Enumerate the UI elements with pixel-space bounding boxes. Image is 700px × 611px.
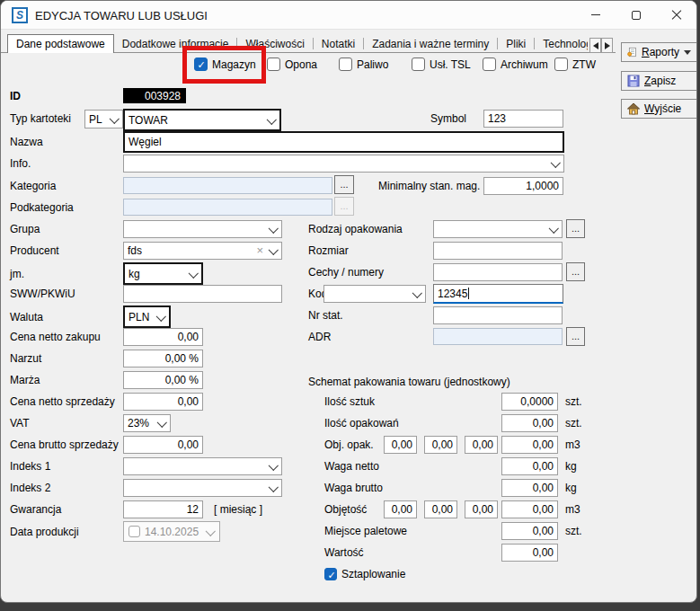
symbol-input[interactable]: 123 xyxy=(483,110,563,128)
opona-label: Opona xyxy=(285,58,317,71)
chevron-down-icon xyxy=(189,268,199,278)
min-stan-label: Minimalny stan. mag. xyxy=(378,180,480,192)
tab-pliki[interactable]: Pliki xyxy=(498,38,534,50)
marza-input[interactable]: 0,00 % xyxy=(123,371,203,389)
objetosc-dim3-input[interactable]: 0,00 xyxy=(465,500,498,518)
gwarancja-input[interactable]: 12 xyxy=(123,500,203,518)
waga-brutto-input[interactable]: 0,00 xyxy=(501,479,558,497)
objetosc-dim2-input[interactable]: 0,00 xyxy=(424,500,457,518)
symbol-label: Symbol xyxy=(430,112,466,125)
rodzaj-opakowania-browse-button[interactable]: ... xyxy=(566,219,585,238)
adr-browse-button[interactable]: ... xyxy=(566,327,585,346)
adr-label: ADR xyxy=(308,331,331,343)
save-icon xyxy=(627,75,640,87)
flag-usl-tsl: Usł. TSL xyxy=(412,57,471,72)
vat-select[interactable]: 23% xyxy=(123,414,171,432)
indeks2-select[interactable] xyxy=(123,479,282,497)
annotation-highlight xyxy=(182,46,266,84)
obj-opak-dim3-input[interactable]: 0,00 xyxy=(465,436,498,454)
lang-select[interactable]: PL xyxy=(84,110,123,128)
chevron-down-icon xyxy=(206,526,216,536)
gwarancja-label: Gwarancja xyxy=(10,503,61,516)
archiwum-checkbox[interactable] xyxy=(483,58,496,71)
objetosc-dim1-input[interactable]: 0,00 xyxy=(384,500,417,518)
objetosc-label: Objętość xyxy=(324,503,367,516)
kod-type-select[interactable] xyxy=(323,285,426,303)
rozmiar-input[interactable] xyxy=(433,242,563,260)
narzut-input[interactable]: 0,00 % xyxy=(123,350,203,367)
data-produkcji-picker[interactable]: 14.10.2025 xyxy=(123,521,220,542)
dialog-window: S EDYCJA TOWARU LUB USŁUGI Dane podstawo… xyxy=(0,0,697,603)
usl-tsl-checkbox[interactable] xyxy=(412,58,425,71)
clear-icon[interactable]: × xyxy=(256,246,263,255)
sww-input[interactable] xyxy=(123,285,282,303)
cena-brutto-sprzedazy-label: Cena brutto sprzedaży xyxy=(10,438,119,451)
indeks1-select[interactable] xyxy=(123,457,282,475)
grupa-select[interactable] xyxy=(123,220,282,238)
data-produkcji-label: Data produkcji xyxy=(10,526,79,538)
tab-technologie[interactable]: Technologie xyxy=(535,38,588,50)
wartosc-input[interactable]: 0,00 xyxy=(501,544,558,562)
chevron-down-icon xyxy=(156,311,166,321)
minimize-icon xyxy=(591,14,600,15)
cechy-input[interactable] xyxy=(433,263,563,281)
jm-label: jm. xyxy=(10,268,24,280)
podkategoria-label: Podkategoria xyxy=(10,201,74,214)
raporty-label: Raporty xyxy=(642,46,679,58)
jm-select[interactable]: kg xyxy=(123,262,203,285)
flag-opona: Opona xyxy=(267,57,317,72)
waga-netto-input[interactable]: 0,00 xyxy=(501,457,558,475)
indeks2-label: Indeks 2 xyxy=(10,482,50,494)
waluta-select[interactable]: PLN xyxy=(123,306,171,328)
adr-field xyxy=(433,328,563,345)
tab-zadania[interactable]: Zadania i ważne terminy xyxy=(364,38,497,50)
chevron-down-icon xyxy=(412,288,422,298)
nazwa-input[interactable]: Węgiel xyxy=(123,131,564,153)
cechy-browse-button[interactable]: ... xyxy=(566,262,585,281)
tab-notatki[interactable]: Notatki xyxy=(314,38,363,50)
objetosc-unit: m3 xyxy=(565,503,580,516)
zapisz-button[interactable]: Zapisz xyxy=(621,71,697,91)
sztaplowanie-label: Sztaplowanie xyxy=(341,568,405,580)
obj-opak-dim2-input[interactable]: 0,00 xyxy=(424,436,457,454)
ilosc-opakowan-input[interactable]: 0,00 xyxy=(501,414,558,432)
minimize-button[interactable] xyxy=(575,1,616,29)
rodzaj-opakowania-select[interactable] xyxy=(433,220,563,238)
typ-kartoteki-select[interactable]: TOWAR xyxy=(123,109,281,131)
producent-combo[interactable]: fds × xyxy=(123,242,282,260)
tab-dane-podstawowe[interactable]: Dane podstawowe xyxy=(7,34,114,53)
obj-opak-input[interactable]: 0,00 xyxy=(501,436,558,454)
tab-scroll-right-button[interactable] xyxy=(601,38,613,53)
info-select[interactable] xyxy=(123,155,564,173)
objetosc-input[interactable]: 0,00 xyxy=(501,500,558,518)
wyjscie-button[interactable]: Wyjście xyxy=(621,99,697,119)
chevron-down-icon xyxy=(110,113,120,123)
raporty-button[interactable]: Raporty xyxy=(621,42,697,62)
obj-opak-dim1-input[interactable]: 0,00 xyxy=(384,436,417,454)
cena-brutto-sprzedazy-input[interactable]: 0,00 xyxy=(123,436,203,454)
paliwo-checkbox[interactable] xyxy=(339,58,352,71)
cena-netto-sprzedazy-input[interactable]: 0,00 xyxy=(123,393,203,411)
chevron-down-icon xyxy=(269,483,279,492)
cena-netto-sprzedazy-label: Cena netto sprzedaży xyxy=(10,395,115,408)
sztaplowanie-checkbox[interactable] xyxy=(324,568,337,580)
kategoria-browse-button[interactable]: ... xyxy=(334,175,354,194)
ztw-label: ZTW xyxy=(572,58,596,71)
opona-checkbox[interactable] xyxy=(267,58,280,71)
date-enable-checkbox[interactable] xyxy=(128,526,140,537)
marza-label: Marża xyxy=(10,374,40,386)
maximize-button[interactable] xyxy=(616,1,657,29)
miejsce-paletowe-input[interactable]: 0,00 xyxy=(501,522,558,540)
nr-stat-input[interactable] xyxy=(433,306,563,324)
report-icon xyxy=(627,46,637,58)
ztw-checkbox[interactable] xyxy=(554,58,568,71)
cena-netto-zakupu-input[interactable]: 0,00 xyxy=(123,328,203,346)
flag-ztw: ZTW xyxy=(554,57,596,72)
maximize-icon xyxy=(632,11,641,20)
ilosc-sztuk-input[interactable]: 0,0000 xyxy=(501,393,558,411)
close-button[interactable] xyxy=(656,1,697,29)
tab-scroll-left-button[interactable] xyxy=(589,38,601,53)
min-stan-input[interactable]: 1,0000 xyxy=(483,177,563,195)
tab-scroll-right-icon xyxy=(605,42,610,49)
kod-input[interactable]: 12345 xyxy=(433,284,563,304)
